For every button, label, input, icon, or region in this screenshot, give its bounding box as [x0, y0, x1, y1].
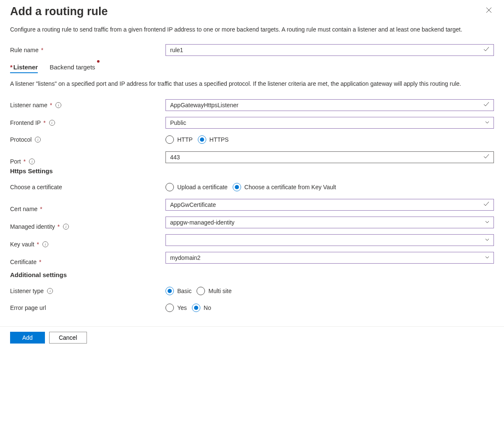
- radio-yes-label: Yes: [177, 304, 187, 311]
- tab-dot-indicator: [97, 60, 100, 63]
- protocol-label: Protocol i: [10, 136, 165, 143]
- radio-keyvault-label: Choose a certificate from Key Vault: [244, 184, 336, 190]
- info-icon[interactable]: i: [35, 137, 41, 143]
- info-icon[interactable]: i: [63, 224, 69, 230]
- tab-listener[interactable]: *Listener: [10, 63, 38, 73]
- close-icon: [486, 7, 492, 15]
- info-icon[interactable]: i: [55, 102, 61, 108]
- managed-identity-select[interactable]: [165, 217, 494, 228]
- info-icon[interactable]: i: [29, 159, 35, 164]
- page-title: Add a routing rule: [10, 5, 108, 18]
- rule-name-input[interactable]: [165, 44, 494, 56]
- radio-multisite[interactable]: Multi site: [197, 287, 231, 295]
- radio-circle-icon: [165, 287, 174, 295]
- radio-https-label: HTTPS: [210, 136, 229, 143]
- tab-backend-targets[interactable]: Backend targets: [50, 63, 95, 73]
- radio-no-label: No: [204, 304, 211, 311]
- info-icon[interactable]: i: [42, 241, 48, 247]
- port-input[interactable]: [165, 151, 494, 163]
- radio-circle-icon: [165, 183, 174, 191]
- radio-error-no[interactable]: No: [192, 304, 211, 312]
- listener-name-label: Listener name* i: [10, 102, 165, 108]
- radio-circle-icon: [165, 135, 174, 144]
- radio-basic-label: Basic: [177, 288, 192, 294]
- description-text: Configure a routing rule to send traffic…: [10, 25, 494, 34]
- radio-circle-icon: [192, 304, 200, 312]
- radio-circle-icon: [198, 135, 206, 144]
- radio-basic[interactable]: Basic: [165, 287, 192, 295]
- tabs: *Listener Backend targets: [10, 63, 494, 73]
- key-vault-select[interactable]: [165, 234, 494, 246]
- radio-circle-icon: [197, 287, 205, 295]
- close-button[interactable]: [484, 5, 494, 17]
- additional-settings-heading: Additional settings: [10, 271, 494, 278]
- listener-type-label: Listener type i: [10, 288, 165, 294]
- choose-certificate-label: Choose a certificate: [10, 184, 165, 190]
- radio-multisite-label: Multi site: [208, 288, 231, 294]
- cert-name-input[interactable]: [165, 199, 494, 211]
- frontend-ip-label: Frontend IP* i: [10, 119, 165, 126]
- rule-name-label: Rule name*: [10, 47, 165, 53]
- radio-https[interactable]: HTTPS: [198, 135, 229, 144]
- port-label: Port* i: [10, 158, 165, 165]
- https-settings-heading: Https Settings: [10, 167, 494, 174]
- cert-name-label: Cert name*: [10, 206, 165, 212]
- info-icon[interactable]: i: [49, 120, 55, 126]
- radio-http-label: HTTP: [177, 136, 193, 143]
- add-button[interactable]: Add: [10, 332, 45, 344]
- radio-keyvault-certificate[interactable]: Choose a certificate from Key Vault: [233, 183, 336, 191]
- cancel-button[interactable]: Cancel: [49, 332, 87, 344]
- error-page-label: Error page url: [10, 304, 165, 311]
- listener-description: A listener "listens" on a specified port…: [10, 79, 494, 88]
- frontend-ip-select[interactable]: [165, 117, 494, 129]
- radio-http[interactable]: HTTP: [165, 135, 193, 144]
- radio-upload-certificate[interactable]: Upload a certificate: [165, 183, 228, 191]
- key-vault-label: Key vault* i: [10, 241, 165, 248]
- radio-circle-icon: [165, 304, 174, 312]
- info-icon[interactable]: i: [47, 288, 53, 294]
- radio-upload-label: Upload a certificate: [177, 184, 228, 190]
- radio-circle-icon: [233, 183, 241, 191]
- radio-error-yes[interactable]: Yes: [165, 304, 187, 312]
- listener-name-input[interactable]: [165, 99, 494, 111]
- managed-identity-label: Managed identity* i: [10, 223, 165, 230]
- certificate-label: Certificate*: [10, 259, 165, 265]
- certificate-select[interactable]: [165, 252, 494, 264]
